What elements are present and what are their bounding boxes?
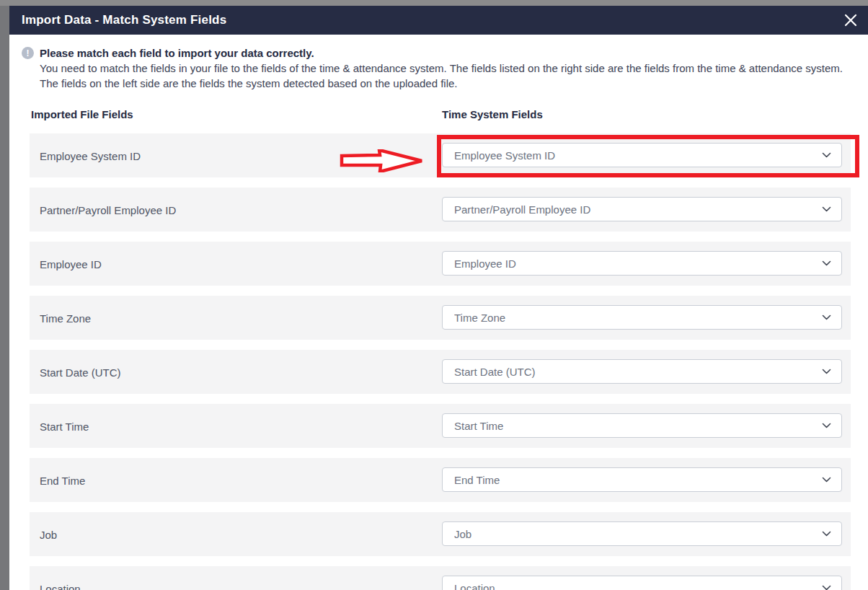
- field-row: Job Job: [30, 512, 851, 556]
- time-system-field-select[interactable]: Location: [442, 576, 842, 590]
- imported-field-label: Location: [40, 582, 81, 590]
- imported-field-label: Start Date (UTC): [40, 366, 121, 378]
- red-arrow-icon: [340, 149, 425, 172]
- notice: ! Please match each field to import your…: [22, 45, 851, 91]
- select-value: Job: [454, 528, 822, 540]
- time-system-field-select[interactable]: Employee ID: [442, 251, 842, 276]
- columns-header: Imported File Fields Time System Fields: [9, 108, 868, 121]
- imported-field-label: Time Zone: [40, 312, 91, 324]
- chevron-down-icon: [822, 206, 831, 213]
- imported-field-label: Employee ID: [40, 257, 102, 270]
- chevron-down-icon: [822, 423, 831, 429]
- time-system-field-select[interactable]: Employee System ID: [442, 143, 842, 167]
- notice-heading: Please match each field to import your d…: [40, 45, 851, 61]
- imported-field-label: Partner/Payroll Employee ID: [40, 203, 176, 216]
- chevron-down-icon: [822, 531, 831, 537]
- close-icon: [844, 14, 857, 27]
- info-icon: !: [22, 47, 34, 59]
- chevron-down-icon: [822, 369, 831, 375]
- time-system-field-select[interactable]: Start Date (UTC): [442, 359, 842, 384]
- modal-title: Import Data - Match System Fields: [22, 13, 226, 27]
- field-row: End Time End Time: [30, 458, 851, 502]
- field-row: Start Date (UTC) Start Date (UTC): [30, 350, 851, 394]
- chevron-down-icon: [822, 585, 831, 590]
- time-system-field-select[interactable]: Start Time: [442, 413, 842, 438]
- select-value: Time Zone: [454, 312, 822, 324]
- field-row: Time Zone Time Zone: [30, 296, 851, 340]
- field-rows: Employee System ID Employee System ID Pa…: [9, 133, 868, 590]
- select-value: Location: [454, 582, 822, 590]
- field-row: Employee System ID Employee System ID: [30, 133, 851, 177]
- chevron-down-icon: [822, 152, 831, 159]
- field-row: Location Location: [30, 566, 851, 590]
- select-value: Start Date (UTC): [454, 366, 822, 378]
- field-row: Employee ID Employee ID: [30, 242, 851, 286]
- close-button[interactable]: [841, 10, 861, 30]
- time-system-field-select[interactable]: Time Zone: [442, 305, 842, 330]
- imported-field-label: End Time: [40, 474, 85, 486]
- select-value: Start Time: [454, 420, 822, 432]
- modal-header: Import Data - Match System Fields: [9, 6, 868, 35]
- select-value: Partner/Payroll Employee ID: [454, 203, 822, 216]
- imported-field-label: Employee System ID: [40, 149, 141, 162]
- select-value: Employee System ID: [454, 149, 822, 162]
- chevron-down-icon: [822, 260, 831, 267]
- column-header-time-system-fields: Time System Fields: [442, 108, 543, 120]
- time-system-field-select[interactable]: Partner/Payroll Employee ID: [442, 197, 842, 221]
- column-header-imported-file-fields: Imported File Fields: [31, 108, 133, 120]
- time-system-field-select[interactable]: End Time: [442, 467, 842, 492]
- backdrop-top-strip: [0, 0, 868, 6]
- select-value: Employee ID: [454, 257, 822, 270]
- chevron-down-icon: [822, 314, 831, 321]
- field-row: Start Time Start Time: [30, 404, 851, 448]
- notice-body: You need to match the fields in your fil…: [40, 61, 851, 91]
- imported-field-label: Job: [40, 528, 57, 540]
- select-value: End Time: [454, 474, 822, 486]
- field-row: Partner/Payroll Employee ID Partner/Payr…: [30, 188, 851, 232]
- time-system-field-select[interactable]: Job: [442, 521, 842, 546]
- imported-field-label: Start Time: [40, 420, 89, 432]
- chevron-down-icon: [822, 477, 831, 483]
- import-data-modal: Import Data - Match System Fields ! Plea…: [9, 6, 868, 590]
